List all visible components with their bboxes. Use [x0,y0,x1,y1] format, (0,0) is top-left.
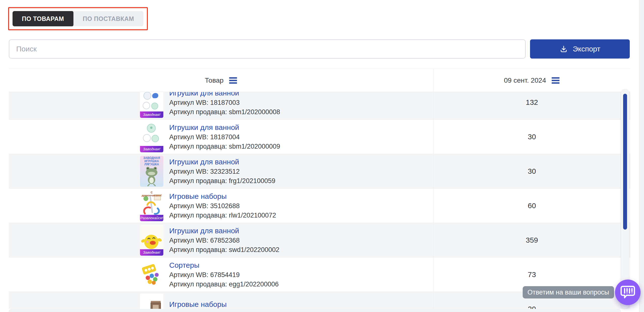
export-button[interactable]: Экспорт [530,39,630,59]
article-wb: Артикул WB: 32323512 [169,167,275,176]
table-header: Товар 09 сент. 2024 [9,69,630,92]
product-cell: С дракончиками! Развлекайся! Игровые наб… [9,189,434,223]
article-wb: Артикул WB: 18187003 [169,98,280,107]
product-cell: Заводная игрушка лягушка Игрушки для ван… [9,154,434,188]
page: ПО ТОВАРАМ ПО ПОСТАВКАМ Экспорт Товар 09… [0,0,644,312]
value-cell: 132 [434,92,630,119]
product-thumbnail[interactable]: Заводная! [140,121,163,152]
column-menu-icon[interactable] [552,77,560,84]
product-thumbnail[interactable] [140,259,163,290]
toy-photo [140,293,163,309]
export-button-label: Экспорт [573,45,600,53]
thumbnail-badge: Заводная! [140,249,163,256]
column-header-date: 09 сент. 2024 [434,69,630,92]
product-info: Сортеры Артикул WB: 67854419 Артикул про… [169,260,279,289]
table-row: Заводная игрушка лягушка Игрушки для ван… [9,154,630,189]
column-header-date-label: 09 сент. 2024 [504,77,546,84]
column-menu-icon[interactable] [229,77,237,84]
tab-by-products[interactable]: ПО ТОВАРАМ [12,11,74,26]
chat-widget-button[interactable] [615,279,640,305]
tab-by-supplies[interactable]: ПО ПОСТАВКАМ [74,11,144,26]
column-header-product: Товар [9,69,434,92]
table-row: С дракончиками! Развлекайся! Игровые наб… [9,189,630,223]
chat-tooltip: Ответим на ваши вопросы [523,286,614,298]
product-info: Игрушки для ванной Артикул WB: 32323512 … [169,157,275,186]
vertical-scrollbar-thumb[interactable] [623,94,627,230]
products-table: Товар 09 сент. 2024 [9,69,630,309]
value-cell: 359 [434,223,630,257]
value-cell: 30 [434,120,630,154]
thumbnail-caption: Заводная игрушка лягушка [140,157,163,166]
column-header-product-label: Товар [205,77,224,84]
table-row: Заводная! Игрушки для ванной Артикул WB:… [9,120,630,154]
article-wb: Артикул WB: 67852368 [169,236,280,245]
product-info: Игрушки для ванной Артикул WB: 67852368 … [169,226,280,254]
article-wb: Артикул WB: 35102688 [169,201,276,211]
thumbnail-badge: Заводная! [140,146,163,152]
download-icon [560,45,568,53]
article-wb: Артикул WB: 18187004 [169,132,280,142]
product-link[interactable]: Игрушки для ванной [169,226,280,236]
window-scroll-gutter [639,0,644,312]
toy-photo [140,259,163,290]
thumbnail-caption: С дракончиками! [140,191,163,197]
product-thumbnail[interactable]: С дракончиками! Развлекайся! [140,190,163,221]
view-toggle: ПО ТОВАРАМ ПО ПОСТАВКАМ [12,11,144,26]
thumbnail-badge: Развлекайся! [140,215,163,221]
chat-bubble-icon [620,285,636,299]
product-link[interactable]: Игровые наборы [169,192,276,201]
value-cell: 60 [434,189,630,223]
product-cell: Сортеры Артикул WB: 67854419 Артикул про… [9,257,434,291]
horizontal-scrollbar-track[interactable] [9,309,621,312]
product-link[interactable]: Игрушки для ванной [169,92,280,98]
product-cell: Игровые наборы Артикул WB: 75606510 [9,292,434,309]
article-seller: Артикул продавца: sbm1/202000008 [169,107,280,117]
product-thumbnail[interactable] [140,293,163,309]
product-info: Игрушки для ванной Артикул WB: 18187003 … [169,92,280,117]
table-body: Заводная! Игрушки для ванной Артикул WB:… [9,92,630,309]
product-thumbnail[interactable]: Заводная игрушка лягушка [140,156,163,187]
product-link[interactable]: Игрушки для ванной [169,122,280,132]
article-wb: Артикул WB: 67854419 [169,270,279,279]
product-thumbnail[interactable]: Заводная! [140,92,163,118]
product-link[interactable]: Сортеры [169,260,279,270]
product-link[interactable]: Игровые наборы [169,299,240,309]
product-cell: Заводная! Игрушки для ванной Артикул WB:… [9,92,434,119]
attention-highlight-box: ПО ТОВАРАМ ПО ПОСТАВКАМ [8,7,148,30]
search-input[interactable] [9,39,526,59]
vertical-scrollbar-track[interactable] [621,89,629,308]
product-thumbnail[interactable]: Заводная! [140,225,163,256]
product-link[interactable]: Игрушки для ванной [169,157,275,167]
table-row: Заводная! Игрушки для ванной Артикул WB:… [9,92,630,120]
article-seller: Артикул продавца: frg1/202100059 [169,176,275,186]
product-info: Игровые наборы Артикул WB: 35102688 Арти… [169,192,276,220]
value-cell: 30 [434,154,630,188]
thumbnail-badge: Заводная! [140,111,163,118]
article-seller: Артикул продавца: rlw1/202100072 [169,211,276,220]
article-seller: Артикул продавца: swd1/202200002 [169,245,280,254]
product-cell: Заводная! Игрушки для ванной Артикул WB:… [9,120,434,154]
article-seller: Артикул продавца: egg1/202200006 [169,279,279,289]
product-info: Игровые наборы Артикул WB: 75606510 [169,299,240,309]
product-cell: Заводная! Игрушки для ванной Артикул WB:… [9,223,434,257]
article-seller: Артикул продавца: sbm1/202000009 [169,142,280,151]
table-row: Заводная! Игрушки для ванной Артикул WB:… [9,223,630,257]
product-info: Игрушки для ванной Артикул WB: 18187004 … [169,122,280,151]
